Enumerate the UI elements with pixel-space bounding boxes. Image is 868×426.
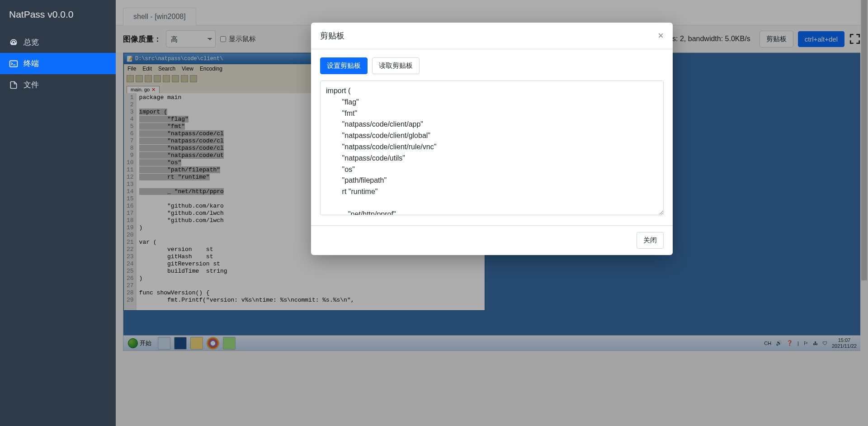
modal-body: 设置剪贴板 读取剪贴板 [311, 49, 673, 225]
modal-button-row: 设置剪贴板 读取剪贴板 [320, 57, 664, 74]
set-clipboard-button[interactable]: 设置剪贴板 [320, 57, 368, 74]
sidebar-item-files[interactable]: 文件 [0, 74, 116, 95]
brand-title: NatPass v0.0.0 [0, 0, 116, 29]
sidebar-item-overview[interactable]: 总览 [0, 32, 116, 53]
close-icon[interactable]: × [658, 30, 664, 42]
sidebar-item-label: 文件 [24, 80, 39, 90]
sidebar-item-label: 终端 [24, 58, 39, 69]
close-button[interactable]: 关闭 [637, 232, 664, 249]
modal-header: 剪贴板 × [311, 23, 673, 49]
clipboard-modal: 剪贴板 × 设置剪贴板 读取剪贴板 关闭 [311, 23, 673, 255]
read-clipboard-button[interactable]: 读取剪贴板 [372, 57, 420, 74]
modal-title: 剪贴板 [320, 30, 344, 41]
sidebar-item-terminal[interactable]: 终端 [0, 53, 116, 74]
svg-rect-0 [10, 61, 18, 66]
file-icon [9, 80, 18, 90]
modal-overlay: 剪贴板 × 设置剪贴板 读取剪贴板 关闭 [116, 0, 868, 426]
sidebar: NatPass v0.0.0 总览 终端 文件 [0, 0, 116, 426]
nav: 总览 终端 文件 [0, 29, 116, 95]
clipboard-textarea[interactable] [320, 80, 664, 215]
sidebar-item-label: 总览 [24, 37, 39, 47]
modal-footer: 关闭 [311, 225, 673, 255]
gauge-icon [9, 38, 18, 47]
terminal-icon [9, 59, 18, 68]
